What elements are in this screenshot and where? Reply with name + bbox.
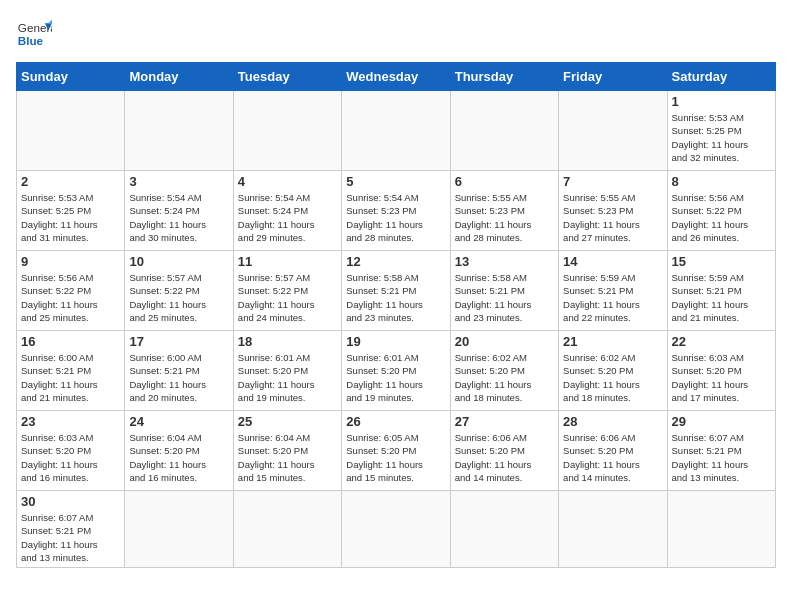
calendar-cell: 2Sunrise: 5:53 AM Sunset: 5:25 PM Daylig… <box>17 171 125 251</box>
weekday-header-row: SundayMondayTuesdayWednesdayThursdayFrid… <box>17 63 776 91</box>
day-number: 13 <box>455 254 554 269</box>
calendar-cell <box>342 491 450 568</box>
calendar-cell: 24Sunrise: 6:04 AM Sunset: 5:20 PM Dayli… <box>125 411 233 491</box>
day-info: Sunrise: 5:57 AM Sunset: 5:22 PM Dayligh… <box>129 271 228 324</box>
day-info: Sunrise: 6:07 AM Sunset: 5:21 PM Dayligh… <box>21 511 120 564</box>
calendar-cell <box>450 491 558 568</box>
calendar-cell: 8Sunrise: 5:56 AM Sunset: 5:22 PM Daylig… <box>667 171 775 251</box>
day-number: 27 <box>455 414 554 429</box>
weekday-header-monday: Monday <box>125 63 233 91</box>
day-number: 9 <box>21 254 120 269</box>
calendar-cell <box>559 491 667 568</box>
calendar-cell: 6Sunrise: 5:55 AM Sunset: 5:23 PM Daylig… <box>450 171 558 251</box>
day-info: Sunrise: 6:05 AM Sunset: 5:20 PM Dayligh… <box>346 431 445 484</box>
day-number: 24 <box>129 414 228 429</box>
day-info: Sunrise: 6:04 AM Sunset: 5:20 PM Dayligh… <box>238 431 337 484</box>
calendar-cell: 25Sunrise: 6:04 AM Sunset: 5:20 PM Dayli… <box>233 411 341 491</box>
day-number: 22 <box>672 334 771 349</box>
calendar-cell: 7Sunrise: 5:55 AM Sunset: 5:23 PM Daylig… <box>559 171 667 251</box>
day-info: Sunrise: 5:59 AM Sunset: 5:21 PM Dayligh… <box>672 271 771 324</box>
day-info: Sunrise: 5:55 AM Sunset: 5:23 PM Dayligh… <box>455 191 554 244</box>
day-number: 20 <box>455 334 554 349</box>
day-number: 21 <box>563 334 662 349</box>
calendar-cell <box>125 491 233 568</box>
day-number: 23 <box>21 414 120 429</box>
day-number: 10 <box>129 254 228 269</box>
day-info: Sunrise: 6:01 AM Sunset: 5:20 PM Dayligh… <box>238 351 337 404</box>
svg-text:Blue: Blue <box>18 34 44 47</box>
day-info: Sunrise: 6:01 AM Sunset: 5:20 PM Dayligh… <box>346 351 445 404</box>
day-info: Sunrise: 6:04 AM Sunset: 5:20 PM Dayligh… <box>129 431 228 484</box>
day-info: Sunrise: 6:06 AM Sunset: 5:20 PM Dayligh… <box>563 431 662 484</box>
calendar-week-5: 23Sunrise: 6:03 AM Sunset: 5:20 PM Dayli… <box>17 411 776 491</box>
calendar-cell <box>17 91 125 171</box>
day-number: 15 <box>672 254 771 269</box>
day-info: Sunrise: 5:55 AM Sunset: 5:23 PM Dayligh… <box>563 191 662 244</box>
day-info: Sunrise: 5:56 AM Sunset: 5:22 PM Dayligh… <box>21 271 120 324</box>
day-info: Sunrise: 5:54 AM Sunset: 5:23 PM Dayligh… <box>346 191 445 244</box>
calendar-cell: 3Sunrise: 5:54 AM Sunset: 5:24 PM Daylig… <box>125 171 233 251</box>
weekday-header-saturday: Saturday <box>667 63 775 91</box>
day-number: 1 <box>672 94 771 109</box>
day-number: 5 <box>346 174 445 189</box>
day-info: Sunrise: 6:03 AM Sunset: 5:20 PM Dayligh… <box>21 431 120 484</box>
calendar-cell <box>342 91 450 171</box>
calendar-table: SundayMondayTuesdayWednesdayThursdayFrid… <box>16 62 776 568</box>
calendar-cell: 27Sunrise: 6:06 AM Sunset: 5:20 PM Dayli… <box>450 411 558 491</box>
calendar-cell: 19Sunrise: 6:01 AM Sunset: 5:20 PM Dayli… <box>342 331 450 411</box>
day-number: 26 <box>346 414 445 429</box>
calendar-cell <box>667 491 775 568</box>
calendar-week-4: 16Sunrise: 6:00 AM Sunset: 5:21 PM Dayli… <box>17 331 776 411</box>
day-info: Sunrise: 5:53 AM Sunset: 5:25 PM Dayligh… <box>672 111 771 164</box>
day-number: 28 <box>563 414 662 429</box>
calendar-cell: 18Sunrise: 6:01 AM Sunset: 5:20 PM Dayli… <box>233 331 341 411</box>
calendar-week-3: 9Sunrise: 5:56 AM Sunset: 5:22 PM Daylig… <box>17 251 776 331</box>
weekday-header-sunday: Sunday <box>17 63 125 91</box>
calendar-cell: 11Sunrise: 5:57 AM Sunset: 5:22 PM Dayli… <box>233 251 341 331</box>
calendar-cell: 17Sunrise: 6:00 AM Sunset: 5:21 PM Dayli… <box>125 331 233 411</box>
calendar-cell: 9Sunrise: 5:56 AM Sunset: 5:22 PM Daylig… <box>17 251 125 331</box>
day-number: 25 <box>238 414 337 429</box>
day-info: Sunrise: 6:02 AM Sunset: 5:20 PM Dayligh… <box>563 351 662 404</box>
day-info: Sunrise: 5:58 AM Sunset: 5:21 PM Dayligh… <box>346 271 445 324</box>
day-number: 16 <box>21 334 120 349</box>
day-number: 19 <box>346 334 445 349</box>
calendar-week-2: 2Sunrise: 5:53 AM Sunset: 5:25 PM Daylig… <box>17 171 776 251</box>
day-number: 30 <box>21 494 120 509</box>
day-number: 17 <box>129 334 228 349</box>
day-number: 4 <box>238 174 337 189</box>
day-info: Sunrise: 5:54 AM Sunset: 5:24 PM Dayligh… <box>129 191 228 244</box>
day-info: Sunrise: 6:00 AM Sunset: 5:21 PM Dayligh… <box>21 351 120 404</box>
day-number: 3 <box>129 174 228 189</box>
weekday-header-friday: Friday <box>559 63 667 91</box>
calendar-cell: 20Sunrise: 6:02 AM Sunset: 5:20 PM Dayli… <box>450 331 558 411</box>
calendar-cell: 13Sunrise: 5:58 AM Sunset: 5:21 PM Dayli… <box>450 251 558 331</box>
day-number: 14 <box>563 254 662 269</box>
calendar-cell <box>233 91 341 171</box>
day-info: Sunrise: 6:06 AM Sunset: 5:20 PM Dayligh… <box>455 431 554 484</box>
calendar-cell: 28Sunrise: 6:06 AM Sunset: 5:20 PM Dayli… <box>559 411 667 491</box>
page-header: General Blue <box>16 16 776 52</box>
day-info: Sunrise: 5:59 AM Sunset: 5:21 PM Dayligh… <box>563 271 662 324</box>
calendar-cell: 12Sunrise: 5:58 AM Sunset: 5:21 PM Dayli… <box>342 251 450 331</box>
day-info: Sunrise: 6:03 AM Sunset: 5:20 PM Dayligh… <box>672 351 771 404</box>
day-number: 8 <box>672 174 771 189</box>
day-number: 7 <box>563 174 662 189</box>
calendar-cell <box>559 91 667 171</box>
logo-icon: General Blue <box>16 16 52 52</box>
calendar-cell: 22Sunrise: 6:03 AM Sunset: 5:20 PM Dayli… <box>667 331 775 411</box>
weekday-header-thursday: Thursday <box>450 63 558 91</box>
calendar-week-1: 1Sunrise: 5:53 AM Sunset: 5:25 PM Daylig… <box>17 91 776 171</box>
day-number: 11 <box>238 254 337 269</box>
day-info: Sunrise: 6:00 AM Sunset: 5:21 PM Dayligh… <box>129 351 228 404</box>
day-info: Sunrise: 5:54 AM Sunset: 5:24 PM Dayligh… <box>238 191 337 244</box>
calendar-cell: 30Sunrise: 6:07 AM Sunset: 5:21 PM Dayli… <box>17 491 125 568</box>
day-number: 29 <box>672 414 771 429</box>
calendar-cell: 16Sunrise: 6:00 AM Sunset: 5:21 PM Dayli… <box>17 331 125 411</box>
calendar-cell <box>233 491 341 568</box>
day-info: Sunrise: 5:58 AM Sunset: 5:21 PM Dayligh… <box>455 271 554 324</box>
calendar-cell: 1Sunrise: 5:53 AM Sunset: 5:25 PM Daylig… <box>667 91 775 171</box>
calendar-cell: 5Sunrise: 5:54 AM Sunset: 5:23 PM Daylig… <box>342 171 450 251</box>
calendar-cell: 26Sunrise: 6:05 AM Sunset: 5:20 PM Dayli… <box>342 411 450 491</box>
weekday-header-wednesday: Wednesday <box>342 63 450 91</box>
